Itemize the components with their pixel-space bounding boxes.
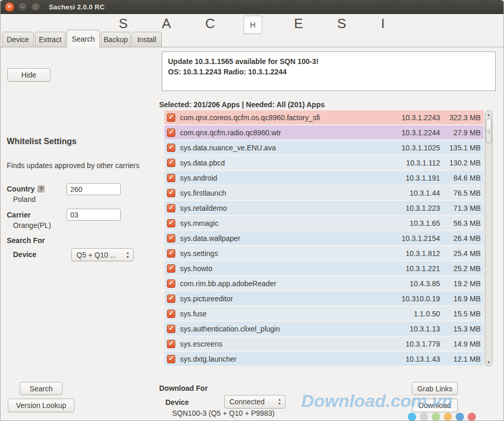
app-version: 10.3.1.65 (385, 219, 440, 227)
app-version: 10.3.1.13 (385, 325, 440, 333)
scroll-down-icon[interactable]: ▼ (485, 359, 492, 366)
version-lookup-button[interactable]: Version Lookup (8, 399, 74, 412)
app-size: 25.2 MB (440, 264, 481, 273)
app-version: 10.3.1.221 (385, 264, 440, 273)
tab-device[interactable]: Device (2, 32, 34, 47)
country-input[interactable] (67, 183, 121, 195)
minimize-icon[interactable]: — (18, 2, 28, 12)
app-row[interactable]: sys.fuse 1.1.0.50 15.5 MB (164, 307, 484, 321)
app-name: sys.retaildemo (180, 204, 385, 212)
app-version: 10.310.0.19 (385, 295, 440, 303)
app-name: sys.escreens (180, 340, 385, 348)
update-info-box: Update 10.3.1.1565 available for SQN 100… (162, 52, 496, 91)
app-checkbox-checked-icon[interactable] (167, 174, 175, 182)
app-checkbox-checked-icon[interactable] (167, 234, 175, 243)
app-name: sys.fuse (180, 310, 385, 318)
app-checkbox-checked-icon[interactable] (167, 204, 175, 212)
app-checkbox-checked-icon[interactable] (167, 264, 175, 273)
app-row[interactable]: sys.data.wallpaper 10.3.1.2154 26.4 MB (164, 231, 484, 245)
search-for-label: Search For (7, 236, 45, 245)
app-row[interactable]: sys.data.pbcd 10.3.1.112 130.2 MB (164, 156, 484, 170)
app-checkbox-checked-icon[interactable] (167, 355, 175, 363)
app-size: 135.1 MB (440, 144, 481, 152)
carrier-input[interactable] (67, 209, 121, 221)
help-icon[interactable]: ? (37, 185, 45, 193)
app-row[interactable]: sys.dxtg.launcher 10.13.1.43 12.1 MB (164, 352, 484, 366)
scrollbar-thumb[interactable] (486, 119, 492, 144)
app-checkbox-checked-icon[interactable] (167, 219, 175, 227)
app-row[interactable]: sys.firstlaunch 10.3.1.44 76.5 MB (164, 186, 484, 200)
country-name: Poland (13, 195, 36, 203)
app-version: 10.3.1.812 (385, 249, 440, 258)
app-name: sys.pictureeditor (180, 295, 385, 303)
app-name: sys.authentication.clixel_plugin (180, 325, 385, 333)
app-row[interactable]: sys.android 10.3.1.191 84.6 MB (164, 171, 484, 185)
app-size: 56.3 MB (440, 219, 481, 227)
app-checkbox-checked-icon[interactable] (167, 129, 175, 137)
carrier-label: Carrier (7, 211, 31, 219)
country-label-text: Country (7, 185, 35, 193)
logo-letter-c: C (205, 16, 215, 32)
app-checkbox-checked-icon[interactable] (167, 279, 175, 288)
device-select[interactable]: Q5 + Q10 ... ▲▼ (71, 248, 134, 261)
search-button[interactable]: Search (20, 382, 62, 395)
logo-letter-h-button[interactable]: H (243, 16, 262, 34)
app-checkbox-checked-icon[interactable] (167, 144, 175, 152)
app-version: 10.3.1.112 (385, 159, 440, 167)
app-row[interactable]: sys.data.nuance_ve.ENU.ava 10.3.1.1025 1… (164, 141, 484, 155)
app-row[interactable]: sys.authentication.clixel_plugin 10.3.1.… (164, 322, 484, 336)
tab-search[interactable]: Search (67, 30, 100, 47)
app-size: 14.9 MB (440, 340, 481, 348)
carrier-name: Orange(PL) (13, 221, 51, 229)
device-label: Device (13, 250, 36, 259)
app-version: 10.3.1.779 (385, 340, 440, 348)
app-checkbox-checked-icon[interactable] (167, 249, 175, 258)
app-checkbox-checked-icon[interactable] (167, 159, 175, 167)
app-version: 10.3.1.44 (385, 189, 440, 197)
hide-button[interactable]: Hide (7, 68, 50, 82)
app-checkbox-checked-icon[interactable] (167, 295, 175, 303)
app-version: 10.3.1.2243 (385, 113, 440, 122)
app-size: 322.3 MB (440, 113, 481, 122)
app-name: sys.data.pbcd (180, 159, 385, 167)
tab-extract[interactable]: Extract (35, 32, 66, 47)
app-row[interactable]: sys.retaildemo 10.3.1.223 71.3 MB (164, 201, 484, 215)
download-device-select[interactable]: Connected ▲▼ (224, 395, 286, 409)
maximize-icon[interactable]: ▢ (31, 2, 41, 12)
scroll-up-icon[interactable]: ▲ (485, 111, 492, 118)
app-size: 25.4 MB (440, 249, 481, 258)
app-size: 15.3 MB (440, 325, 481, 333)
app-row[interactable]: sys.howto 10.3.1.221 25.2 MB (164, 261, 484, 275)
app-checkbox-checked-icon[interactable] (167, 340, 175, 348)
grab-links-button[interactable]: Grab Links (412, 382, 458, 395)
tab-backup[interactable]: Backup (101, 32, 131, 47)
logo-letter-s2: S (337, 16, 346, 32)
app-row[interactable]: sys.escreens 10.3.1.779 14.9 MB (164, 337, 484, 351)
app-row[interactable]: sys.pictureeditor 10.310.0.19 16.9 MB (164, 291, 484, 305)
app-checkbox-checked-icon[interactable] (167, 325, 175, 333)
app-version: 10.4.3.85 (385, 279, 440, 288)
app-row[interactable]: sys.settings 10.3.1.812 25.4 MB (164, 246, 484, 260)
app-checkbox-checked-icon[interactable] (167, 310, 175, 318)
whitelist-settings-heading: Whitelist Settings (7, 137, 76, 146)
download-device-detail: SQN100-3 (Q5 + Q10 + P9983) (172, 409, 275, 417)
download-button[interactable]: Download (412, 399, 458, 412)
app-row[interactable]: com.qnx.qcfm.radio.qc8960.wtr 10.3.1.224… (164, 125, 484, 139)
download-for-title: Download For (159, 384, 208, 392)
app-name: sys.data.wallpaper (180, 234, 385, 243)
close-icon[interactable]: ✕ (5, 2, 15, 12)
app-name: com.qnx.qcfm.radio.qc8960.wtr (180, 129, 385, 137)
app-version: 10.3.1.191 (385, 174, 440, 182)
app-row[interactable]: com.qnx.coreos.qcfm.os.qc8960.factory_sf… (164, 110, 484, 124)
app-checkbox-checked-icon[interactable] (167, 189, 175, 197)
tab-install[interactable]: Install (132, 32, 162, 47)
app-version: 10.13.1.43 (385, 355, 440, 363)
app-list-scrollbar[interactable]: ▲ ▼ (485, 110, 493, 366)
app-size: 19.2 MB (440, 279, 481, 288)
app-version: 1.1.0.50 (385, 310, 440, 318)
app-row[interactable]: sys.mmagic 10.3.1.65 56.3 MB (164, 216, 484, 230)
app-name: sys.dxtg.launcher (180, 355, 385, 363)
app-checkbox-checked-icon[interactable] (167, 113, 175, 122)
app-row[interactable]: com.rim.bb.app.adobeReader 10.4.3.85 19.… (164, 276, 484, 290)
watermark-dot (456, 413, 464, 421)
